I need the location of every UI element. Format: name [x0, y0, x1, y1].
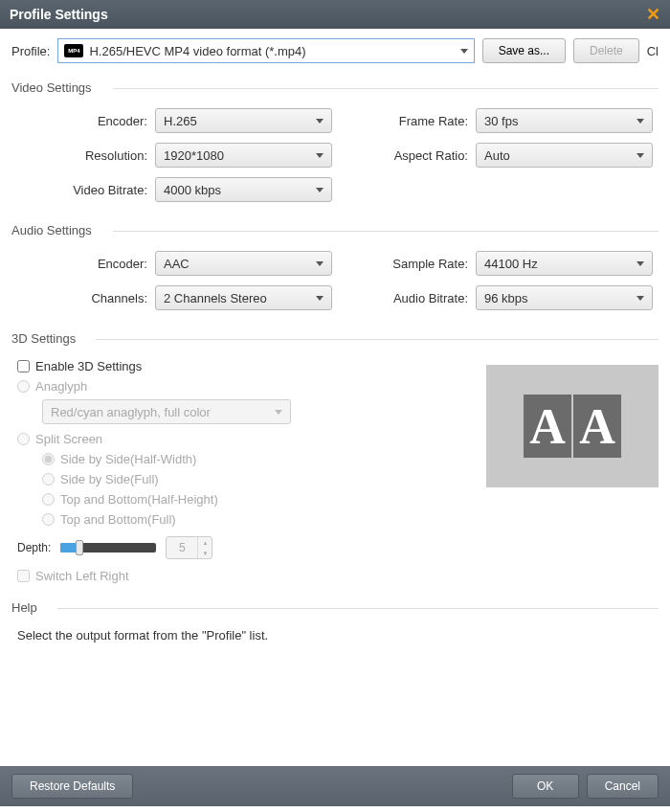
chevron-down-icon — [275, 410, 282, 415]
tb-full-row: Top and Bottom(Full) — [42, 512, 659, 527]
preview-left-icon: A — [524, 395, 571, 458]
threed-block: A A Enable 3D Settings Anaglyph Red/cyan… — [11, 359, 659, 583]
anaglyph-label: Anaglyph — [35, 379, 87, 394]
spinner-down-icon: ▼ — [198, 548, 212, 558]
enable-3d-label: Enable 3D Settings — [35, 359, 142, 373]
audio-encoder-label: Encoder: — [11, 257, 155, 271]
depth-row: Depth: 5 ▲ ▼ — [17, 536, 659, 559]
aspect-ratio-select[interactable]: Auto — [476, 143, 653, 168]
title-bar: Profile Settings ✕ — [0, 0, 670, 29]
save-as-button[interactable]: Save as... — [482, 38, 566, 63]
video-encoder-label: Encoder: — [11, 114, 155, 128]
depth-slider[interactable] — [60, 543, 156, 553]
aspect-ratio-label: Aspect Ratio: — [380, 148, 476, 163]
switch-lr-checkbox — [17, 570, 30, 582]
clipped-text: Cl — [647, 44, 659, 58]
preview-right-icon: A — [573, 395, 621, 458]
window-title: Profile Settings — [10, 7, 646, 22]
split-screen-label: Split Screen — [35, 432, 102, 446]
switch-lr-label: Switch Left Right — [35, 569, 129, 583]
sbs-full-radio — [42, 473, 55, 485]
video-encoder-select[interactable]: H.265 — [155, 108, 332, 133]
chevron-down-icon — [316, 261, 324, 266]
resolution-label: Resolution: — [11, 148, 155, 163]
video-settings-grid: Encoder: H.265 Frame Rate: 30 fps Resolu… — [11, 108, 659, 202]
channels-select[interactable]: 2 Channels Stereo — [155, 285, 332, 310]
channels-label: Channels: — [11, 291, 155, 305]
mp4-icon: MP4 — [64, 44, 83, 57]
audio-settings-heading: Audio Settings — [11, 223, 659, 237]
depth-label: Depth: — [17, 541, 51, 554]
anaglyph-type-select: Red/cyan anaglyph, full color — [42, 399, 291, 424]
video-bitrate-select[interactable]: 4000 kbps — [155, 177, 332, 202]
profile-row: Profile: MP4 H.265/HEVC MP4 video format… — [11, 38, 659, 63]
tb-half-row: Top and Bottom(Half-Height) — [42, 492, 659, 507]
enable-3d-checkbox[interactable] — [17, 360, 30, 372]
content-area: Profile: MP4 H.265/HEVC MP4 video format… — [0, 29, 670, 766]
restore-defaults-button[interactable]: Restore Defaults — [11, 774, 133, 799]
chevron-down-icon — [636, 261, 644, 266]
switch-lr-row: Switch Left Right — [17, 569, 659, 583]
chevron-down-icon — [316, 153, 324, 158]
audio-encoder-select[interactable]: AAC — [155, 251, 332, 276]
audio-settings-grid: Encoder: AAC Sample Rate: 44100 Hz Chann… — [11, 251, 659, 310]
ok-button[interactable]: OK — [512, 774, 579, 799]
sample-rate-select[interactable]: 44100 Hz — [476, 251, 653, 276]
depth-spinner: 5 ▲ ▼ — [166, 536, 212, 559]
chevron-down-icon — [316, 296, 324, 301]
tb-half-radio — [42, 493, 55, 506]
chevron-down-icon — [316, 188, 324, 192]
chevron-down-icon — [636, 153, 644, 158]
profile-value: H.265/HEVC MP4 video format (*.mp4) — [89, 44, 459, 58]
audio-bitrate-label: Audio Bitrate: — [380, 291, 476, 305]
profile-label: Profile: — [11, 44, 50, 58]
cancel-button[interactable]: Cancel — [587, 774, 659, 799]
audio-bitrate-select[interactable]: 96 kbps — [476, 285, 653, 310]
help-heading: Help — [11, 600, 659, 615]
chevron-down-icon — [636, 119, 644, 124]
depth-value: 5 — [167, 537, 197, 558]
video-settings-heading: Video Settings — [11, 80, 659, 95]
chevron-down-icon — [636, 296, 644, 301]
tb-full-radio — [42, 513, 55, 526]
footer-bar: Restore Defaults OK Cancel — [0, 766, 670, 806]
resolution-select[interactable]: 1920*1080 — [155, 143, 332, 168]
anaglyph-radio — [17, 380, 30, 393]
profile-dropdown[interactable]: MP4 H.265/HEVC MP4 video format (*.mp4) — [57, 38, 474, 63]
sbs-half-radio — [42, 453, 55, 465]
frame-rate-select[interactable]: 30 fps — [476, 108, 653, 133]
video-bitrate-label: Video Bitrate: — [11, 183, 155, 197]
delete-button[interactable]: Delete — [573, 38, 639, 63]
slider-thumb[interactable] — [76, 540, 83, 555]
spinner-up-icon: ▲ — [198, 537, 212, 548]
frame-rate-label: Frame Rate: — [380, 114, 476, 128]
chevron-down-icon — [460, 49, 468, 54]
help-text: Select the output format from the "Profi… — [17, 628, 659, 643]
close-icon[interactable]: ✕ — [646, 4, 660, 25]
split-screen-radio — [17, 433, 30, 445]
threed-settings-heading: 3D Settings — [11, 331, 659, 346]
sample-rate-label: Sample Rate: — [380, 257, 476, 271]
chevron-down-icon — [316, 119, 324, 124]
threed-preview: A A — [486, 365, 659, 487]
